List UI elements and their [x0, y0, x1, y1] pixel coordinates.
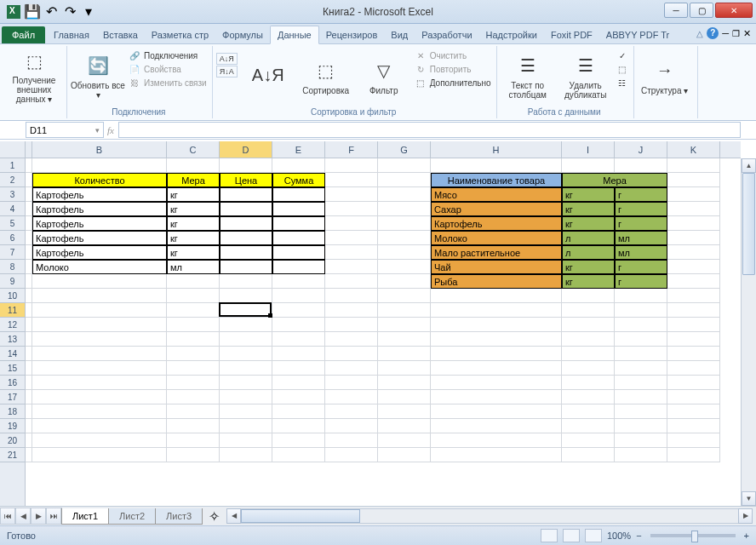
cell-empty[interactable]: [32, 318, 167, 332]
fx-icon[interactable]: fx: [107, 125, 114, 135]
cell-J6[interactable]: мл: [615, 231, 667, 245]
cell-empty[interactable]: [167, 376, 220, 390]
cell-empty[interactable]: [562, 448, 615, 462]
cell-empty[interactable]: [667, 158, 720, 173]
sheet-tab-0[interactable]: Лист1: [61, 508, 109, 525]
cell-empty[interactable]: [615, 332, 667, 347]
cell-J7[interactable]: мл: [615, 245, 667, 260]
cell-E8[interactable]: [272, 260, 325, 274]
cell-empty[interactable]: [378, 202, 431, 216]
zoom-level[interactable]: 100%: [607, 531, 631, 541]
cell-empty[interactable]: [26, 390, 32, 404]
ribbon-small-btn[interactable]: ⬚: [616, 63, 628, 75]
cell-empty[interactable]: [26, 187, 32, 202]
cell-C8[interactable]: мл: [167, 260, 220, 274]
cell-empty[interactable]: [26, 260, 32, 274]
cell-empty[interactable]: [26, 202, 32, 216]
col-header-C[interactable]: C: [167, 141, 220, 158]
sheet-nav-last[interactable]: ⏭: [46, 508, 61, 525]
cell-empty[interactable]: [378, 289, 431, 303]
row-header-13[interactable]: 13: [0, 332, 25, 347]
vscroll-thumb[interactable]: [742, 173, 755, 275]
col-header-I[interactable]: I: [562, 141, 615, 158]
cell-empty[interactable]: [167, 361, 220, 376]
cell-J5[interactable]: г: [615, 216, 667, 231]
cell-empty[interactable]: [615, 376, 667, 390]
cell-empty[interactable]: [26, 448, 32, 462]
col-header-G[interactable]: G: [378, 141, 431, 158]
cell-empty[interactable]: [667, 187, 720, 202]
cell-empty[interactable]: [325, 158, 378, 173]
cell-empty[interactable]: [615, 433, 667, 448]
row-header-16[interactable]: 16: [0, 376, 25, 390]
cell-empty[interactable]: [667, 433, 720, 448]
cell-empty[interactable]: [167, 289, 220, 303]
cell-empty[interactable]: [615, 318, 667, 332]
cell-empty[interactable]: [26, 245, 32, 260]
cell-C2[interactable]: Мера: [167, 173, 220, 187]
maximize-button[interactable]: ▢: [690, 3, 713, 18]
vertical-scrollbar[interactable]: ▲ ▼: [741, 158, 756, 506]
cell-empty[interactable]: [431, 158, 562, 173]
cell-D3[interactable]: [220, 187, 272, 202]
cell-I5[interactable]: кг: [562, 216, 615, 231]
cell-E7[interactable]: [272, 245, 325, 260]
cell-empty[interactable]: [272, 433, 325, 448]
cell-B4[interactable]: Картофель: [32, 202, 167, 216]
cell-empty[interactable]: [325, 332, 378, 347]
cell-empty[interactable]: [272, 332, 325, 347]
cell-E3[interactable]: [272, 187, 325, 202]
workbook-restore[interactable]: ❐: [732, 29, 740, 38]
cell-I9[interactable]: кг: [562, 274, 615, 289]
cell-empty[interactable]: [378, 260, 431, 274]
ribbon-big-btn[interactable]: ⬚Сортировка: [299, 48, 353, 104]
formula-input[interactable]: [118, 122, 741, 138]
col-header-E[interactable]: E: [272, 141, 325, 158]
cell-I6[interactable]: л: [562, 231, 615, 245]
cell-H4[interactable]: Сахар: [431, 202, 562, 216]
cell-empty[interactable]: [667, 216, 720, 231]
cell-empty[interactable]: [615, 289, 667, 303]
row-header-10[interactable]: 10: [0, 289, 25, 303]
cell-D6[interactable]: [220, 231, 272, 245]
cell-D8[interactable]: [220, 260, 272, 274]
tab-6[interactable]: Вид: [384, 26, 415, 43]
cell-empty[interactable]: [26, 274, 32, 289]
tab-10[interactable]: ABBYY PDF Tr: [599, 26, 676, 43]
cell-empty[interactable]: [167, 347, 220, 361]
cell-empty[interactable]: [220, 419, 272, 433]
cell-D7[interactable]: [220, 245, 272, 260]
cell-H6[interactable]: Молоко: [431, 231, 562, 245]
cell-empty[interactable]: [325, 347, 378, 361]
cell-empty[interactable]: [32, 303, 167, 318]
zoom-in-button[interactable]: +: [744, 531, 749, 541]
tab-7[interactable]: Разработчи: [415, 26, 478, 43]
row-header-1[interactable]: 1: [0, 158, 25, 173]
sort-btn[interactable]: А↓Я: [216, 53, 238, 65]
cell-empty[interactable]: [272, 347, 325, 361]
cell-I7[interactable]: л: [562, 245, 615, 260]
cell-empty[interactable]: [378, 318, 431, 332]
tab-file[interactable]: Файл: [2, 26, 45, 43]
cell-empty[interactable]: [562, 303, 615, 318]
tab-4[interactable]: Данные: [270, 26, 319, 44]
cell-empty[interactable]: [26, 173, 32, 187]
cell-empty[interactable]: [26, 347, 32, 361]
cell-empty[interactable]: [378, 419, 431, 433]
col-header-D[interactable]: D: [220, 141, 272, 158]
cell-empty[interactable]: [167, 303, 220, 318]
cell-C7[interactable]: кг: [167, 245, 220, 260]
cell-empty[interactable]: [667, 260, 720, 274]
cell-J9[interactable]: г: [615, 274, 667, 289]
cell-empty[interactable]: [378, 448, 431, 462]
horizontal-scrollbar[interactable]: ◀ ▶: [226, 508, 753, 524]
cell-empty[interactable]: [325, 187, 378, 202]
row-header-4[interactable]: 4: [0, 202, 25, 216]
cell-empty[interactable]: [615, 361, 667, 376]
cell-empty[interactable]: [26, 419, 32, 433]
row-header-12[interactable]: 12: [0, 318, 25, 332]
cell-empty[interactable]: [431, 318, 562, 332]
row-header-9[interactable]: 9: [0, 274, 25, 289]
cell-empty[interactable]: [26, 216, 32, 231]
cell-empty[interactable]: [378, 231, 431, 245]
